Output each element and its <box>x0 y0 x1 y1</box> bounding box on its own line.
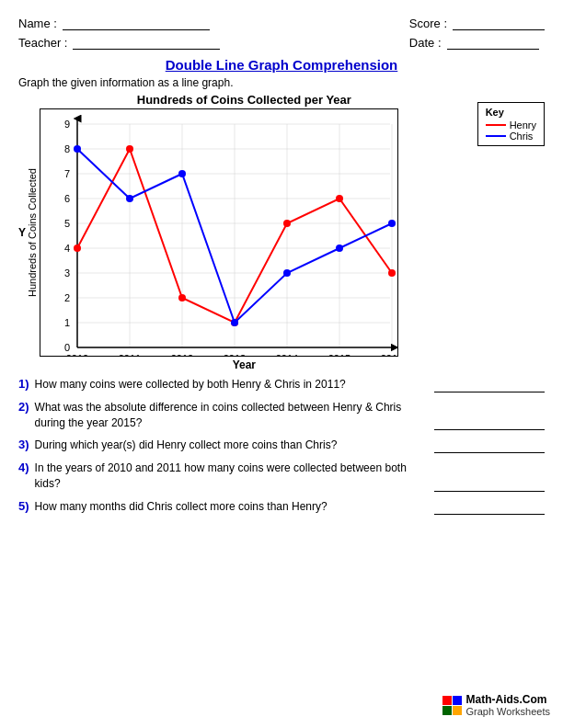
q1-number: 1) <box>18 377 29 391</box>
footer-icon-grid <box>442 696 462 715</box>
footer-sub: Graph Worksheets <box>465 706 550 717</box>
name-field: Name : <box>18 17 220 30</box>
question-2: 2) What was the absolute difference in c… <box>18 400 545 431</box>
svg-text:1: 1 <box>64 317 70 328</box>
name-label: Name : <box>18 17 57 30</box>
question-5: 5) How many months did Chris collect mor… <box>18 499 545 515</box>
q5-answer-line <box>434 502 545 515</box>
date-line <box>447 37 539 50</box>
legend-chris: Chris <box>486 131 536 142</box>
legend-box: Key Henry Chris <box>477 102 545 146</box>
footer-brand: Math-Aids.Com <box>465 693 550 706</box>
chris-label: Chris <box>510 131 534 142</box>
q1-text: How many coins were collected by both He… <box>35 377 429 392</box>
svg-text:6: 6 <box>64 193 70 204</box>
svg-text:4: 4 <box>64 243 70 254</box>
teacher-line <box>73 37 220 50</box>
svg-point-39 <box>178 294 186 301</box>
svg-text:8: 8 <box>64 143 70 154</box>
svg-point-46 <box>178 170 186 177</box>
score-field: Score : <box>409 17 545 30</box>
y-axis-label: Hundreds of Coins Collected <box>27 168 38 297</box>
svg-text:5: 5 <box>64 218 70 229</box>
henry-label: Henry <box>510 119 536 131</box>
page-title: Double Line Graph Comprehension <box>18 57 545 73</box>
left-header: Name : Teacher : <box>18 17 220 50</box>
line-chart: 0 1 2 3 4 5 6 7 8 9 2010 2011 2012 2013 … <box>40 108 398 357</box>
svg-point-48 <box>283 269 291 277</box>
svg-point-38 <box>126 145 133 153</box>
svg-text:2011: 2011 <box>119 353 141 357</box>
date-label: Date : <box>409 36 442 50</box>
svg-text:2: 2 <box>64 292 70 303</box>
chart-title: Hundreds of Coins Collected per Year <box>18 93 470 107</box>
q3-number: 3) <box>18 438 29 451</box>
svg-text:3: 3 <box>64 267 70 279</box>
svg-text:2012: 2012 <box>171 353 193 357</box>
graph-section: Hundreds of Coins Collected per Year Y H… <box>18 93 545 371</box>
score-line <box>453 17 545 30</box>
svg-point-47 <box>231 319 238 326</box>
footer: Math-Aids.Com Graph Worksheets <box>442 693 550 717</box>
svg-point-37 <box>74 245 81 252</box>
henry-line-icon <box>486 124 506 126</box>
chris-line-icon <box>486 135 506 137</box>
svg-point-41 <box>283 220 291 227</box>
svg-point-44 <box>74 145 81 153</box>
date-field: Date : <box>409 36 545 50</box>
q3-answer-line <box>434 440 545 453</box>
svg-point-42 <box>336 195 343 202</box>
svg-text:2015: 2015 <box>328 353 350 357</box>
q5-text: How many months did Chris collect more c… <box>35 499 429 515</box>
q2-number: 2) <box>18 400 29 414</box>
q4-text: In the years of 2010 and 2011 how many c… <box>35 461 429 492</box>
svg-text:7: 7 <box>64 168 70 179</box>
q3-text: During which year(s) did Henry collect m… <box>35 438 429 453</box>
q2-text: What was the absolute difference in coin… <box>35 400 429 431</box>
svg-text:9: 9 <box>64 119 70 130</box>
svg-point-50 <box>388 220 396 227</box>
question-4: 4) In the years of 2010 and 2011 how man… <box>18 461 545 492</box>
legend-henry: Henry <box>486 119 536 131</box>
chart-wrapper: Hundreds of Coins Collected per Year Y H… <box>18 93 470 371</box>
name-line <box>63 17 210 30</box>
svg-point-45 <box>126 195 133 202</box>
instruction-text: Graph the given information as a line gr… <box>18 76 545 89</box>
right-header: Score : Date : <box>409 17 545 50</box>
q4-number: 4) <box>18 461 29 474</box>
svg-point-43 <box>388 269 396 277</box>
q2-answer-line <box>434 417 545 430</box>
teacher-field: Teacher : <box>18 36 220 50</box>
questions-section: 1) How many coins were collected by both… <box>18 377 545 515</box>
brand-text: Math-Aids.Com <box>465 693 546 706</box>
teacher-label: Teacher : <box>18 36 67 50</box>
score-label: Score : <box>409 17 447 30</box>
legend-title: Key <box>486 107 536 118</box>
q4-answer-line <box>434 479 545 492</box>
question-3: 3) During which year(s) did Henry collec… <box>18 438 545 453</box>
q1-answer-line <box>434 380 545 392</box>
header: Name : Teacher : Score : Date : <box>18 17 545 50</box>
q5-number: 5) <box>18 499 29 513</box>
svg-text:2014: 2014 <box>276 353 298 357</box>
question-1: 1) How many coins were collected by both… <box>18 377 545 392</box>
y-axis-top-label: Y <box>18 226 26 239</box>
svg-text:0: 0 <box>64 342 70 353</box>
x-axis-label: Year <box>18 358 470 371</box>
svg-text:X: X <box>397 341 398 354</box>
svg-text:2010: 2010 <box>66 353 88 357</box>
svg-text:2016: 2016 <box>381 353 398 357</box>
svg-text:2013: 2013 <box>224 353 246 357</box>
svg-point-49 <box>336 245 343 252</box>
